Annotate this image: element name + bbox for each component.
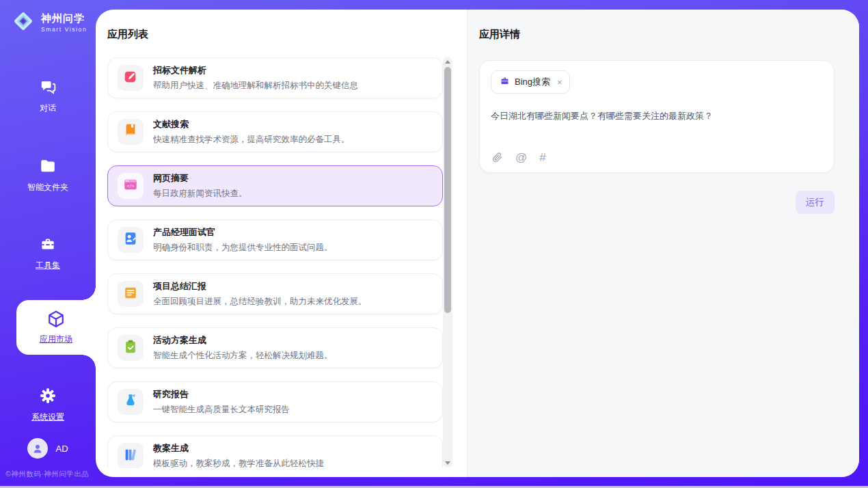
sidebar-item-system-settings[interactable]: 系统设置 [0, 386, 96, 423]
scrollbar-thumb[interactable] [444, 67, 451, 313]
run-row: 运行 [479, 191, 835, 214]
app-card-desc: 快速精准查找学术资源，提高研究效率的必备工具。 [153, 134, 350, 146]
scrollbar[interactable] [443, 57, 452, 467]
app-card-literature-search[interactable]: 文献搜索 快速精准查找学术资源，提高研究效率的必备工具。 [107, 111, 443, 152]
prompt-toolbar: @ # [491, 152, 546, 163]
sidebar-item-label: 智能文件夹 [27, 182, 68, 193]
svg-text:</>: </> [127, 183, 135, 188]
sidebar-item-label: 系统设置 [31, 411, 64, 423]
app-card-desc: 明确身份和职责，为您提供专业性的面试问题。 [153, 242, 333, 254]
app-list: 招标文件解析 帮助用户快速、准确地理解和解析招标书中的关键信息 文献搜索 快速精… [107, 57, 443, 468]
app-card-pm-interviewer[interactable]: 产品经理面试官 明确身份和职责，为您提供专业性的面试问题。 [107, 219, 443, 260]
run-button[interactable]: 运行 [796, 191, 835, 214]
copyright-text: ©神州数码·神州问学出品 [5, 470, 96, 479]
user-profile[interactable]: AD [0, 438, 96, 459]
app-card-title: 研究报告 [153, 388, 290, 401]
sidebar-item-label: 应用市场 [40, 334, 72, 345]
tool-chip-bing[interactable]: Bing搜索 × [491, 70, 570, 94]
web-code-icon: </> [123, 177, 138, 195]
app-card-title: 文献搜索 [153, 118, 350, 131]
app-card-desc: 智能生成个性化活动方案，轻松解决规划难题。 [153, 350, 333, 362]
calendar-note-icon [123, 285, 138, 303]
paperclip-icon[interactable] [491, 152, 503, 163]
tool-chip-label: Bing搜索 [515, 76, 550, 88]
app-window: { "brand": { "name": "神州问学", "subtitle":… [0, 0, 868, 488]
app-card-title: 招标文件解析 [153, 64, 358, 77]
chip-close-icon[interactable]: × [557, 77, 562, 87]
scroll-up-icon[interactable] [443, 57, 452, 66]
app-list-panel: 应用列表 招标文件解析 帮助用户快速、准确地理解和解析招标书中的关键信息 文献搜… [96, 10, 467, 477]
folder-icon [39, 157, 57, 176]
app-detail-panel: 应用详情 Bing搜索 × 今日湖北有哪些新闻要点？有哪些需要关注的最新政策？ [467, 10, 859, 477]
app-card-title: 产品经理面试官 [153, 226, 333, 239]
chat-icon [39, 77, 57, 96]
main-content: 应用列表 招标文件解析 帮助用户快速、准确地理解和解析招标书中的关键信息 文献搜… [96, 10, 859, 477]
app-card-research-report[interactable]: 研究报告 一键智能生成高质量长文本研究报告 [107, 381, 443, 422]
sidebar-item-smart-folders[interactable]: 智能文件夹 [0, 157, 96, 193]
person-icon [31, 442, 44, 455]
gear-icon [39, 386, 57, 405]
brand-subtitle: Smart Vision [41, 26, 87, 33]
app-card-title: 活动方案生成 [153, 334, 333, 347]
prompt-text[interactable]: 今日湖北有哪些新闻要点？有哪些需要关注的最新政策？ [491, 110, 823, 122]
clipboard-check-icon [123, 339, 138, 357]
sidebar-item-toolset[interactable]: 工具集 [0, 234, 96, 271]
books-icon [123, 447, 138, 465]
prompt-card: Bing搜索 × 今日湖北有哪些新闻要点？有哪些需要关注的最新政策？ @ # [479, 60, 835, 173]
app-list-title: 应用列表 [107, 28, 467, 41]
person-doc-icon [123, 231, 138, 249]
app-card-title: 项目总结汇报 [153, 280, 367, 293]
sidebar-item-app-market[interactable]: 应用市场 [16, 300, 96, 355]
cube-icon [46, 310, 66, 329]
sidebar: 神州问学 Smart Vision 对话 智能文件夹 工具集 应用市场 系统设置… [0, 0, 96, 486]
avatar [27, 438, 48, 459]
brand-name: 神州问学 [41, 12, 87, 24]
sidebar-nav: 对话 智能文件夹 工具集 应用市场 系统设置 [0, 36, 96, 423]
app-card-desc: 模板驱动，教案秒成，教学准备从此轻松快捷 [153, 458, 324, 468]
app-card-lesson-plan[interactable]: 教案生成 模板驱动，教案秒成，教学准备从此轻松快捷 [107, 435, 443, 468]
app-card-tender-parse[interactable]: 招标文件解析 帮助用户快速、准确地理解和解析招标书中的关键信息 [107, 57, 443, 98]
briefcase-icon [500, 76, 510, 88]
app-card-web-summary[interactable]: </> 网页摘要 每日政府新闻资讯快查。 [107, 165, 443, 206]
app-card-title: 教案生成 [153, 442, 324, 455]
app-card-desc: 全面回顾项目进展，总结经验教训，助力未来优化发展。 [153, 296, 367, 308]
app-card-desc: 帮助用户快速、准确地理解和解析招标书中的关键信息 [153, 80, 358, 92]
gem-logo-icon [11, 9, 36, 36]
edit-square-icon [123, 69, 138, 87]
app-card-desc: 每日政府新闻资讯快查。 [153, 188, 247, 200]
hash-icon[interactable]: # [539, 152, 545, 163]
app-detail-title: 应用详情 [479, 28, 835, 41]
toolbox-icon [39, 234, 57, 254]
mention-icon[interactable]: @ [515, 152, 527, 163]
app-card-project-summary[interactable]: 项目总结汇报 全面回顾项目进展，总结经验教训，助力未来优化发展。 [107, 273, 443, 314]
app-card-desc: 一键智能生成高质量长文本研究报告 [153, 404, 290, 416]
sidebar-item-label: 工具集 [36, 260, 60, 271]
book-icon [123, 123, 138, 141]
user-initials: AD [55, 444, 68, 454]
brand-logo: 神州问学 Smart Vision [11, 9, 96, 36]
scroll-down-icon[interactable] [443, 458, 452, 467]
sidebar-item-chat[interactable]: 对话 [0, 77, 96, 114]
app-card-title: 网页摘要 [153, 172, 247, 185]
app-card-activity-plan[interactable]: 活动方案生成 智能生成个性化活动方案，轻松解决规划难题。 [107, 327, 443, 368]
ink-flask-icon [123, 393, 138, 411]
sidebar-item-label: 对话 [40, 103, 56, 114]
